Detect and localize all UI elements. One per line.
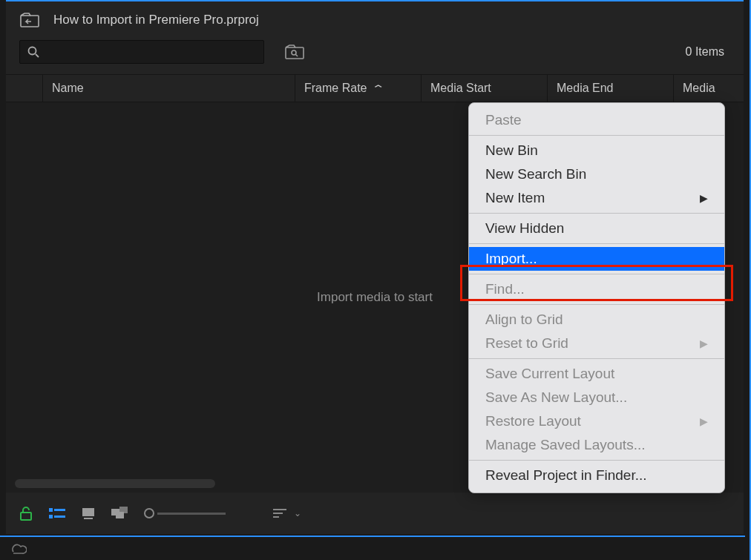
svg-rect-13 bbox=[119, 507, 128, 513]
app-footer bbox=[0, 536, 745, 560]
column-blank[interactable] bbox=[6, 75, 43, 102]
ctx-manage-layouts: Manage Saved Layouts... bbox=[469, 433, 724, 457]
svg-rect-4 bbox=[21, 513, 31, 520]
project-title: How to Import in Premiere Pro.prproj bbox=[53, 13, 259, 27]
chevron-down-icon: ⌄ bbox=[294, 508, 301, 518]
svg-rect-10 bbox=[84, 518, 93, 519]
svg-rect-9 bbox=[82, 508, 94, 516]
ctx-new-search-bin[interactable]: New Search Bin bbox=[469, 162, 724, 186]
separator bbox=[469, 358, 724, 359]
ctx-align-grid: Align to Grid bbox=[469, 308, 724, 332]
list-view-icon[interactable] bbox=[49, 507, 65, 519]
separator bbox=[469, 460, 724, 461]
ctx-restore-layout: Restore Layout▶ bbox=[469, 409, 724, 433]
sort-ascending-icon: ⌃ bbox=[372, 83, 386, 93]
ctx-reveal-finder[interactable]: Reveal Project in Finder... bbox=[469, 464, 724, 493]
items-count: 0 Items bbox=[686, 45, 724, 59]
svg-rect-5 bbox=[49, 508, 53, 512]
column-name[interactable]: Name bbox=[43, 75, 295, 102]
unlock-icon[interactable] bbox=[19, 506, 33, 521]
svg-rect-8 bbox=[54, 515, 65, 518]
ctx-import[interactable]: Import... bbox=[469, 247, 724, 271]
separator bbox=[469, 304, 724, 305]
search-row: 0 Items bbox=[6, 36, 744, 74]
column-headers: Name Frame Rate ⌃ Media Start Media End … bbox=[6, 74, 744, 102]
separator bbox=[469, 243, 724, 244]
ctx-view-hidden[interactable]: View Hidden bbox=[469, 217, 724, 240]
search-input[interactable] bbox=[19, 40, 264, 64]
svg-rect-6 bbox=[54, 509, 65, 511]
ctx-new-item[interactable]: New Item▶ bbox=[469, 186, 724, 210]
svg-rect-2 bbox=[286, 47, 304, 59]
horizontal-scrollbar[interactable] bbox=[15, 479, 215, 488]
zoom-slider[interactable] bbox=[144, 508, 226, 518]
ctx-paste: Paste bbox=[469, 103, 724, 132]
panel-header: How to Import in Premiere Pro.prproj bbox=[6, 1, 744, 36]
column-media[interactable]: Media bbox=[674, 75, 744, 102]
bin-return-icon[interactable] bbox=[19, 12, 40, 28]
zoom-knob-icon[interactable] bbox=[144, 508, 154, 518]
svg-point-1 bbox=[29, 47, 36, 55]
separator bbox=[469, 274, 724, 274]
column-media-end[interactable]: Media End bbox=[548, 75, 674, 102]
freeform-view-icon[interactable] bbox=[111, 507, 128, 520]
icon-view-icon[interactable] bbox=[82, 507, 95, 519]
ctx-save-as-layout: Save As New Layout... bbox=[469, 386, 724, 409]
creative-cloud-icon[interactable] bbox=[7, 541, 27, 557]
empty-placeholder: Import media to start bbox=[317, 290, 433, 305]
column-frame-rate[interactable]: Frame Rate ⌃ bbox=[295, 75, 422, 102]
submenu-arrow-icon: ▶ bbox=[700, 337, 708, 349]
column-frame-rate-label: Frame Rate bbox=[304, 82, 367, 95]
ctx-find: Find... bbox=[469, 277, 724, 301]
ctx-reset-grid: Reset to Grid▶ bbox=[469, 332, 724, 355]
search-icon bbox=[27, 46, 39, 58]
svg-rect-7 bbox=[49, 515, 53, 518]
new-bin-search-icon[interactable] bbox=[285, 45, 304, 59]
ctx-new-bin[interactable]: New Bin bbox=[469, 139, 724, 162]
submenu-arrow-icon: ▶ bbox=[700, 415, 708, 427]
ctx-save-layout: Save Current Layout bbox=[469, 362, 724, 386]
sort-menu-button[interactable]: ⌄ bbox=[273, 508, 301, 518]
separator bbox=[469, 213, 724, 214]
separator bbox=[469, 135, 724, 136]
panel-footer: ⌄ bbox=[6, 493, 744, 534]
context-menu: Paste New Bin New Search Bin New Item▶ V… bbox=[468, 102, 725, 493]
column-media-start[interactable]: Media Start bbox=[422, 75, 548, 102]
zoom-track[interactable] bbox=[157, 513, 226, 515]
submenu-arrow-icon: ▶ bbox=[700, 192, 708, 204]
